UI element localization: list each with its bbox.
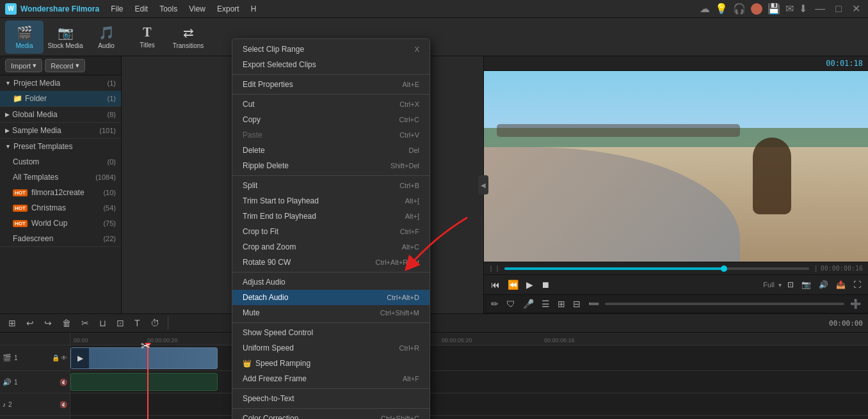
title-bar: W Wondershare Filmora File Edit Tools Vi… <box>0 0 868 18</box>
menu-delete[interactable]: Delete Del <box>232 143 430 158</box>
menu-trim-end[interactable]: Trim End to Playhead Alt+] <box>232 209 430 224</box>
timeline-crop[interactable]: ⊡ <box>113 316 127 330</box>
timeline-text[interactable]: T <box>131 316 143 330</box>
shield-tool-btn[interactable]: 🛡 <box>504 297 517 311</box>
minus-tool-btn[interactable]: ➖ <box>586 297 601 311</box>
sample-media-label: Sample Media <box>12 126 61 135</box>
menu-cut[interactable]: Cut Ctrl+X <box>232 97 430 112</box>
menu-split[interactable]: Split Ctrl+B <box>232 178 430 193</box>
playhead[interactable] <box>147 345 149 419</box>
snapshot-icon[interactable]: 📷 <box>800 278 813 291</box>
menu-ripple-delete[interactable]: Ripple Delete Shift+Del <box>232 158 430 173</box>
timeline-redo[interactable]: ↪ <box>41 316 55 330</box>
audio-clip-1[interactable] <box>70 373 218 391</box>
video-lock-icon[interactable]: 🔒 <box>52 354 60 361</box>
sidebar-item-sample-media[interactable]: ▶ Sample Media (101) <box>0 123 121 138</box>
menu-uniform-speed[interactable]: Uniform Speed Ctrl+R <box>232 340 430 356</box>
record-button[interactable]: Record ▾ <box>45 59 84 72</box>
menu-export[interactable]: Export <box>212 3 245 15</box>
sidebar-item-all-templates[interactable]: All Templates (1084) <box>0 170 121 185</box>
menu-select-clip-range[interactable]: Select Clip Range X <box>232 42 430 57</box>
menu-tools[interactable]: Tools <box>154 3 182 15</box>
menu-file[interactable]: File <box>106 3 128 15</box>
fit-icon[interactable]: ⊡ <box>785 278 796 291</box>
menu-crop-to-fit[interactable]: Crop to Fit Ctrl+F <box>232 224 430 239</box>
save-icon[interactable]: 💾 <box>768 3 780 15</box>
menu-export-selected-clips[interactable]: Export Selected Clips <box>232 57 430 72</box>
menu-adjust-audio[interactable]: Adjust Audio <box>232 274 430 290</box>
menu-rotate-90cw[interactable]: Rotate 90 CW Ctrl+Alt+Right <box>232 255 430 270</box>
timeline-speed[interactable]: ⏱ <box>147 316 163 330</box>
import-button[interactable]: Import ▾ <box>5 59 42 72</box>
clip-play-button[interactable]: ▶ <box>71 348 89 368</box>
menu-help[interactable]: H <box>246 3 262 15</box>
speaker-icon[interactable]: 🔊 <box>817 278 830 291</box>
sidebar-item-custom[interactable]: Custom (0) <box>0 154 121 170</box>
scrubber-thumb[interactable] <box>721 265 727 272</box>
close-btn[interactable]: ✕ <box>849 3 863 15</box>
sidebar-item-project-media[interactable]: ▼ Project Media (1) <box>0 75 121 91</box>
bulb-icon[interactable]: 💡 <box>715 3 728 15</box>
sidebar-item-folder[interactable]: 📁 Folder (1) <box>0 91 121 106</box>
align-tool-btn[interactable]: ☰ <box>540 297 552 311</box>
menu-view[interactable]: View <box>184 3 211 15</box>
export-frame-icon[interactable]: 📤 <box>834 278 848 291</box>
plus-tool-btn[interactable]: ➕ <box>848 297 863 311</box>
menu-add-freeze-frame[interactable]: Add Freeze Frame Alt+F <box>232 371 430 386</box>
toolbar-stock-media[interactable]: 📷 Stock Media <box>46 20 84 54</box>
edit-tool-btn[interactable]: ✏ <box>489 297 501 311</box>
toolbar-titles[interactable]: T Titles <box>128 20 166 54</box>
toolbar-transitions[interactable]: ⇄ Transitions <box>169 20 207 54</box>
menu-copy[interactable]: Copy Ctrl+C <box>232 112 430 127</box>
sidebar-collapse-button[interactable]: ◀ <box>478 175 488 194</box>
zoom-chevron-icon[interactable]: ▾ <box>778 281 782 289</box>
menu-mute[interactable]: Mute Ctrl+Shift+M <box>232 305 430 320</box>
sample-media-count: (101) <box>99 127 116 134</box>
menu-edit[interactable]: Edit <box>129 3 153 15</box>
video-eye-icon[interactable]: 👁 <box>61 354 67 361</box>
sidebar-item-fadescreen[interactable]: Fadescreen (22) <box>0 231 121 246</box>
menu-crop-and-zoom[interactable]: Crop and Zoom Alt+C <box>232 239 430 255</box>
maximize-btn[interactable]: □ <box>833 3 844 15</box>
sidebar-item-preset-templates[interactable]: ▼ Preset Templates <box>0 139 121 154</box>
avatar[interactable] <box>751 3 762 15</box>
sidebar-item-filmora12create[interactable]: HOT filmora12create (10) <box>0 185 121 200</box>
download-icon[interactable]: ⬇ <box>799 3 807 15</box>
hot-badge-christmas: HOT <box>13 205 28 212</box>
menu-detach-audio[interactable]: Detach Audio Ctrl+Alt+D <box>232 290 430 305</box>
menu-edit-properties[interactable]: Edit Properties Alt+E <box>232 77 430 92</box>
headset-icon[interactable]: 🎧 <box>733 3 746 15</box>
trim-start-shortcut: Alt+[ <box>405 197 419 205</box>
timeline-undo[interactable]: ↩ <box>23 316 37 330</box>
pip-tool-btn[interactable]: ⊟ <box>571 297 583 311</box>
timeline-copy-clip[interactable]: ⊔ <box>96 316 109 330</box>
sidebar-item-christmas[interactable]: HOT Christmas (54) <box>0 200 121 216</box>
preview-scrubber[interactable] <box>504 267 809 270</box>
volume-slider[interactable] <box>605 303 844 305</box>
stop-button[interactable]: ⏹ <box>539 278 552 292</box>
mic-tool-btn[interactable]: 🎤 <box>521 297 536 311</box>
timeline-cut[interactable]: ✂ <box>78 316 92 330</box>
sidebar-item-world-cup[interactable]: HOT World Cup (75) <box>0 216 121 231</box>
step-back-button[interactable]: ⏪ <box>506 278 520 292</box>
sidebar-item-global-media[interactable]: ▶ Global Media (8) <box>0 107 121 122</box>
project-media-count: (1) <box>108 79 116 87</box>
timeline-add-track[interactable]: ⊞ <box>5 316 19 330</box>
grid-tool-btn[interactable]: ⊞ <box>556 297 567 311</box>
minimize-btn[interactable]: — <box>812 3 828 15</box>
audio-mute-icon[interactable]: 🔇 <box>60 379 67 386</box>
toolbar-audio[interactable]: 🎵 Audio <box>87 20 125 54</box>
menu-speed-ramping[interactable]: 👑 Speed Ramping <box>232 356 430 371</box>
timeline-delete[interactable]: 🗑 <box>59 316 74 330</box>
menu-trim-start[interactable]: Trim Start to Playhead Alt+[ <box>232 193 430 209</box>
menu-speech-to-text[interactable]: Speech-to-Text <box>232 391 430 406</box>
menu-show-speed-control[interactable]: Show Speed Control <box>232 325 430 340</box>
toolbar-media[interactable]: 🎬 Media <box>5 20 44 54</box>
play-button[interactable]: ▶ <box>524 278 535 292</box>
mail-icon[interactable]: ✉ <box>785 3 794 15</box>
menu-color-correction[interactable]: Color Correction Ctrl+Shift+C <box>232 411 430 419</box>
cloud-icon[interactable]: ☁ <box>700 3 710 15</box>
fullscreen-icon[interactable]: ⛶ <box>851 278 863 291</box>
skip-back-button[interactable]: ⏮ <box>489 278 502 292</box>
audio2-mute-icon[interactable]: 🔇 <box>60 401 67 408</box>
